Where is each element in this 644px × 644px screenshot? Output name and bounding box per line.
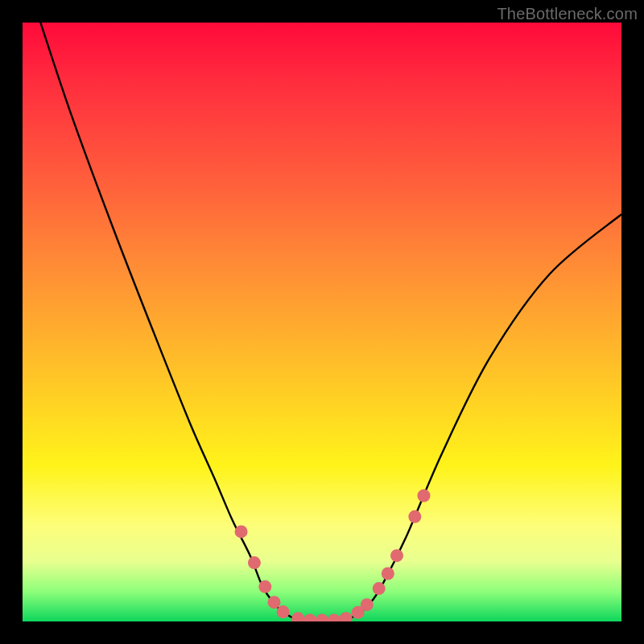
chart-marker [291,612,304,621]
chart-marker [417,489,430,502]
chart-marker [373,582,386,595]
chart-marker [277,605,290,618]
watermark-text: TheBottleneck.com [497,5,638,23]
chart-marker [390,549,403,562]
chart-marker [267,596,280,609]
chart-marker [303,614,316,621]
chart-marker [340,612,353,621]
chart-marker [361,598,374,611]
chart-marker [382,567,394,580]
chart-markers [235,489,431,621]
chart-marker [235,525,248,538]
chart-marker [258,580,271,593]
chart-marker [316,614,328,621]
chart-plot [23,23,621,621]
chart-marker [408,510,421,523]
chart-marker [248,556,261,569]
chart-marker [328,614,341,621]
chart-curve [40,23,621,621]
